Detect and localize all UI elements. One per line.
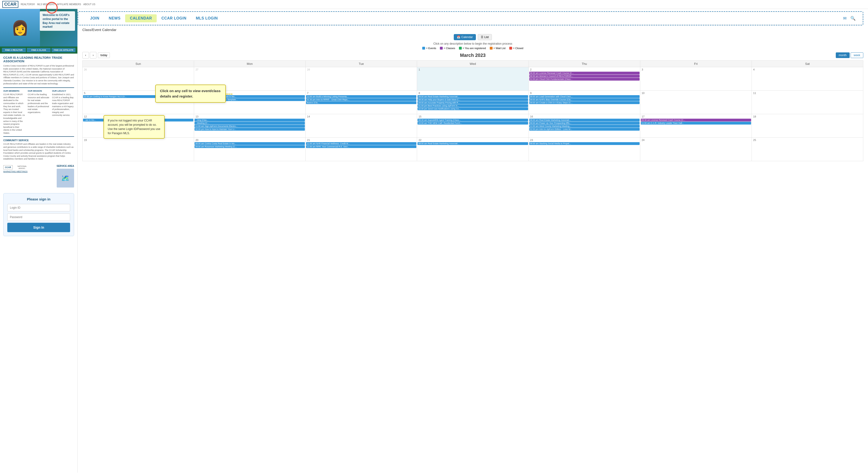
cal-event[interactable]: ...ate in Mo... [83, 119, 193, 122]
cal-event[interactable]: 09:30 am License Renewal Crash Course (C… [641, 119, 751, 122]
list-view-btn[interactable]: ☰ List [478, 34, 492, 40]
cal-event[interactable]: 02:00 pm Intro to zipForm Edition - Lone… [529, 128, 640, 131]
cal-event[interactable]: 09:00 am Accurate Property Pricing with … [417, 101, 528, 104]
top-link-about[interactable]: ABOUT US [83, 3, 95, 6]
cal-nav-row: ‹ › today March 2023 month week [82, 52, 863, 59]
cal-cell-mar22[interactable]: 22 08:00 am Real Estate Marketing Associ… [417, 138, 529, 161]
cal-cell-mar18[interactable]: 18 [751, 114, 863, 138]
cal-cell-mar11[interactable]: 11 [751, 91, 863, 114]
cal-cell-mar19[interactable]: 19 [83, 138, 194, 161]
cal-event[interactable]: 02:00 pm Send Auto-Notifications using C… [417, 107, 528, 110]
cal-event[interactable]: 09:00 am How to Create and Use Template.… [194, 98, 305, 101]
cal-cell-mar21[interactable]: 21 11:00 am NAR Financial Wellness: Cred… [306, 138, 417, 161]
marketing-meetings-link[interactable]: MARKETING MEETINGS [3, 170, 54, 173]
cal-cell-mar7[interactable]: 7 11:00 am Build a Winning Listing Prese… [306, 91, 417, 114]
cal-cell-mar23[interactable]: 23 09:00 am Stacking Social Media to Pro… [529, 138, 640, 161]
cal-cell-mar6[interactable]: 6 08:00 am Contra Costa Real Estate in M… [194, 91, 306, 114]
nav-mls-login[interactable]: MLS LOGIN [191, 14, 222, 22]
cal-event[interactable]: 08:00 am Real Estate Marketing Associati… [529, 119, 640, 122]
nar-logo: NATIONAL ASSOC. [15, 165, 29, 169]
cal-cell-mar1[interactable]: 1 [417, 67, 529, 91]
cal-cell-mar10[interactable]: 10 [640, 91, 751, 114]
cal-event[interactable]: 11:00 am Sign zipForm Documents Electro.… [194, 125, 305, 128]
top-link-mls[interactable]: MLS MEMBERS [37, 3, 55, 6]
find-realtor-btn[interactable]: FIND A REALTOR [2, 48, 26, 52]
cal-cell-feb28[interactable]: 28 [306, 67, 417, 91]
cal-cell-mar5[interactable]: 5 02:00 pm Getting to Know Paragon MLS (… [83, 91, 194, 114]
cal-cell-mar3[interactable]: 3 [640, 67, 751, 91]
top-link-affiliate[interactable]: AFFILIATE MEMBERS [57, 3, 81, 6]
cal-event[interactable]: 09:00 am NAR's Bias Override Course (Cla… [529, 98, 640, 101]
nav-calendar[interactable]: CALENDAR [125, 14, 157, 22]
cal-event[interactable]: 08:00 am Real Estate Marketing Associati… [417, 142, 528, 145]
login-id-input[interactable] [7, 204, 70, 211]
cal-event[interactable]: 08:00 am Contra Costa Real Estate in Mo.… [194, 142, 305, 145]
calendar-view-btn[interactable]: 📅 Calendar [454, 34, 476, 40]
nav-news[interactable]: NEWS [104, 14, 125, 22]
cal-event[interactable]: 02:00 pm Getting to Know Paragon MLS (O.… [83, 95, 193, 98]
cal-event[interactable]: 01:30 pm Intro to RPR® - Great CMA Repo.… [306, 98, 416, 101]
nav-join[interactable]: JOIN [85, 14, 104, 22]
cal-event[interactable]: 10:00 am THE NEW Calif. Residential Purc… [417, 122, 528, 125]
cal-event[interactable]: ...ning (Clas... [194, 119, 305, 122]
top-link-realtors[interactable]: REALTORS® [21, 3, 35, 6]
cal-event[interactable]: 01:00 pm Best Practices using zipForm in… [417, 104, 528, 107]
email-icon[interactable]: ✉ [843, 16, 846, 21]
cal-event[interactable]: 09:30 am Women's Council of REALTORS®... [529, 75, 640, 77]
calendar-header-row: Sun Mon Tue Wed Thu Fri Sat [83, 61, 863, 67]
ccar-logo[interactable]: CCAR [2, 1, 18, 8]
password-input[interactable] [7, 213, 70, 221]
cal-event[interactable]: 08:30 am SupraWEB Agent Training (Class.… [417, 119, 528, 122]
cal-cell-mar4[interactable]: 4 [751, 67, 863, 91]
cal-event[interactable]: 09:30 am License Renewal Crash Course (C… [529, 72, 640, 74]
find-class-btn[interactable]: FIND A CLASS [27, 48, 51, 52]
cal-cell-mar2[interactable]: 2 09:30 am License Renewal Crash Course … [529, 67, 640, 91]
cal-cell-feb26[interactable]: 26 [83, 67, 194, 91]
cal-cell-mar24[interactable]: 24 [640, 138, 751, 161]
cal-next-btn[interactable]: › [90, 52, 96, 59]
nav-ccar-login[interactable]: CCAR LOGIN [157, 14, 191, 22]
cal-event[interactable]: 02:00 pm How to Input & Maintain Your Li… [194, 128, 305, 131]
cal-cell-mar15[interactable]: 15 08:30 am SupraWEB Agent Training (Cla… [417, 114, 529, 138]
find-affiliate-btn[interactable]: FIND AN AFFILIATE [52, 48, 75, 52]
cal-event[interactable]: 09:00 am Stacking Social Media to Propel… [529, 142, 640, 145]
cal-event[interactable]: 09:00 am Lead Generation with Cloud CMA.… [529, 95, 640, 98]
cal-event[interactable]: 01:00 pm Cloud CMA Fundamentals (Class..… [529, 78, 640, 80]
cal-event[interactable]: 09:00 am Create a CMA in 4 Easy Steps (C… [529, 101, 640, 104]
cal-event[interactable]: 11:00 am NAR Financial Wellness: Credit … [306, 142, 416, 145]
cal-event[interactable]: 11:00 am Build a Winning Listing Present… [306, 95, 416, 98]
cal-cell-mar8[interactable]: 8 08:00 am Real Estate Marketing Associa… [417, 91, 529, 114]
sidebar-section-legacy: OUR LEGACY Established in 1921, CCAR is … [52, 90, 74, 134]
signin-button[interactable]: Sign In [7, 223, 70, 232]
date-num: 19 [83, 138, 193, 142]
cal-prev-btn[interactable]: ‹ [82, 52, 89, 59]
cal-cell-mar9[interactable]: 9 09:00 am Lead Generation with Cloud CM… [529, 91, 640, 114]
cal-month-btn[interactable]: month [836, 53, 850, 58]
cal-cell-mar20[interactable]: 20 08:00 am Contra Costa Real Estate in … [194, 138, 306, 161]
cal-cell-mar17[interactable]: 17 09:30 am License Renewal Crash Course… [640, 114, 751, 138]
cal-cell-mar25[interactable]: 25 [751, 138, 863, 161]
cal-event[interactable]: 11:00 am C.A.R. Industry Leader Town Hal… [641, 122, 751, 125]
cal-cell-feb27[interactable]: 27 [194, 67, 306, 91]
sidebar-main-title: CCAR IS A LEADING REALTOR® TRADE ASSOCIA… [3, 56, 74, 63]
cal-week-btn[interactable]: week [850, 53, 863, 58]
cal-event[interactable]: 09:00 am Rossmoor Marketing Meeting (C..… [194, 145, 305, 148]
cal-cell-mar12[interactable]: 12 ...ate in Mo... [83, 114, 194, 138]
cal-event[interactable]: 08:30 am Help your Buyers & Gain More C.… [417, 98, 528, 101]
cal-cell-mar13[interactable]: 13 ...ning (Clas... ...Meeting (C... 11:… [194, 114, 306, 138]
cal-event[interactable]: 11:00 am West County Marketing Meeting..… [529, 125, 640, 128]
cal-event[interactable]: Basics (Cla... [306, 101, 416, 104]
cal-event[interactable]: 11:00 am RPR: Your Commercial R.E. Secr.… [306, 145, 416, 148]
registered-dot [459, 47, 462, 49]
cal-today-btn[interactable]: today [98, 53, 110, 58]
cal-event[interactable]: 09:00 am Power Up Your Prospecting Effo.… [529, 122, 640, 125]
cal-event[interactable]: ...Meeting (C... [194, 122, 305, 125]
cal-event[interactable]: 08:00 am Contra Costa Real Estate in Mo.… [194, 95, 305, 98]
service-area-map: 🗺️ [57, 169, 74, 188]
date-num: 12 [83, 115, 193, 119]
cal-cell-mar16[interactable]: 16 08:00 am Real Estate Marketing Associ… [529, 114, 640, 138]
search-icon[interactable]: 🔍 [850, 16, 856, 21]
cal-event[interactable]: 08:00 am Real Estate Marketing Associati… [417, 95, 528, 98]
cal-cell-mar14[interactable]: 14 [306, 114, 417, 138]
sidebar-logos-area: CCAR NATIONAL ASSOC. MARKETING MEETINGS [3, 163, 54, 188]
